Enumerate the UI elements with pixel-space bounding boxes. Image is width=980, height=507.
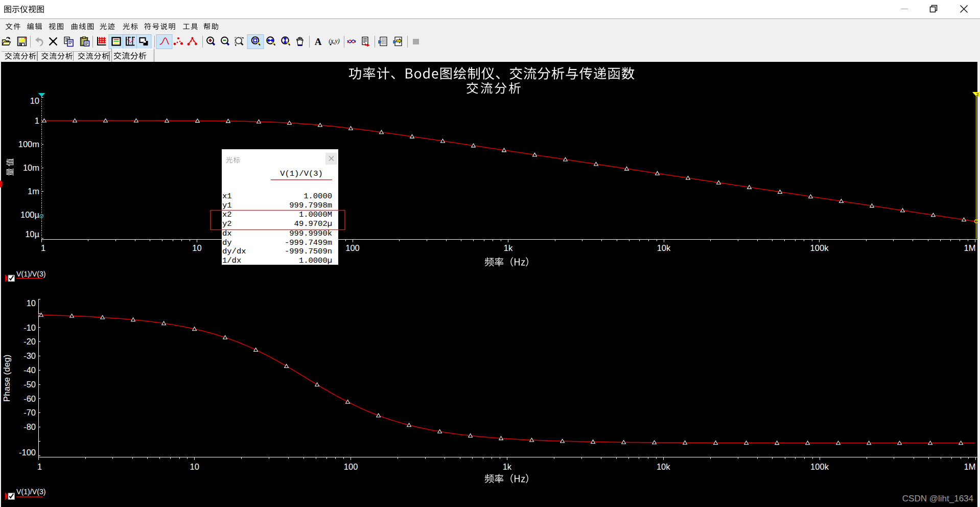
svg-text:dx: dx — [222, 229, 232, 238]
svg-text:V(1)/V(3): V(1)/V(3) — [16, 488, 46, 496]
svg-text:1.0000µ: 1.0000µ — [299, 256, 332, 265]
svg-text:1.0000M: 1.0000M — [299, 210, 332, 219]
svg-text:-10: -10 — [24, 323, 36, 332]
svg-text:1M: 1M — [964, 462, 976, 471]
svg-text:A: A — [315, 36, 322, 47]
svg-text:-999.7499m: -999.7499m — [285, 238, 332, 247]
svg-text:-40: -40 — [24, 365, 36, 375]
svg-text:1.0000: 1.0000 — [304, 192, 332, 201]
svg-text:-100: -100 — [19, 448, 36, 457]
svg-text:100m: 100m — [18, 140, 39, 149]
svg-text:-60: -60 — [24, 394, 36, 403]
svg-text:y2: y2 — [222, 219, 232, 228]
svg-text:1m: 1m — [28, 187, 39, 196]
svg-text:10m: 10m — [23, 163, 39, 172]
svg-text:10: 10 — [190, 462, 199, 471]
svg-text:-999.7509n: -999.7509n — [285, 247, 332, 256]
svg-text:dy: dy — [222, 238, 232, 247]
svg-text:-70: -70 — [24, 408, 36, 417]
svg-text:1k: 1k — [503, 462, 512, 471]
svg-text:CSDN @liht_1634: CSDN @liht_1634 — [902, 494, 973, 503]
svg-text:10k: 10k — [657, 243, 671, 252]
svg-text:1: 1 — [35, 116, 39, 125]
svg-text:x2: x2 — [222, 210, 232, 219]
svg-text:Phase (deg): Phase (deg) — [2, 355, 12, 402]
svg-text:10: 10 — [30, 96, 39, 105]
svg-text:1k: 1k — [504, 243, 513, 252]
svg-text:1M: 1M — [964, 243, 976, 252]
svg-text:999.7998m: 999.7998m — [289, 201, 332, 210]
svg-text:-20: -20 — [24, 337, 36, 346]
svg-text:1: 1 — [41, 243, 45, 252]
svg-text:100: 100 — [344, 462, 358, 471]
svg-text:1/dx: 1/dx — [222, 256, 241, 265]
svg-text:V(1)/V(3): V(1)/V(3) — [280, 169, 323, 178]
svg-text:x1: x1 — [222, 192, 232, 201]
svg-text:100µ: 100µ — [20, 210, 40, 219]
svg-text:100k: 100k — [810, 243, 829, 252]
svg-text:-50: -50 — [24, 380, 36, 389]
svg-text:dy/dx: dy/dx — [222, 247, 246, 256]
svg-text:100k: 100k — [810, 462, 829, 471]
svg-text:999.9990k: 999.9990k — [289, 229, 332, 238]
svg-text:-80: -80 — [24, 422, 36, 431]
svg-text:10: 10 — [27, 298, 36, 308]
svg-text:10k: 10k — [657, 462, 670, 471]
svg-text:10: 10 — [192, 243, 201, 252]
svg-text:-30: -30 — [24, 351, 36, 360]
svg-text:100: 100 — [345, 243, 360, 252]
svg-text:2: 2 — [976, 91, 978, 97]
svg-text:49.9702µ: 49.9702µ — [294, 219, 332, 228]
svg-text:V(1)/V(3): V(1)/V(3) — [16, 270, 46, 278]
svg-text:10µ: 10µ — [25, 229, 39, 239]
svg-text:(x,y): (x,y) — [329, 37, 340, 44]
svg-text:1: 1 — [37, 462, 42, 471]
svg-text:y1: y1 — [222, 201, 232, 210]
